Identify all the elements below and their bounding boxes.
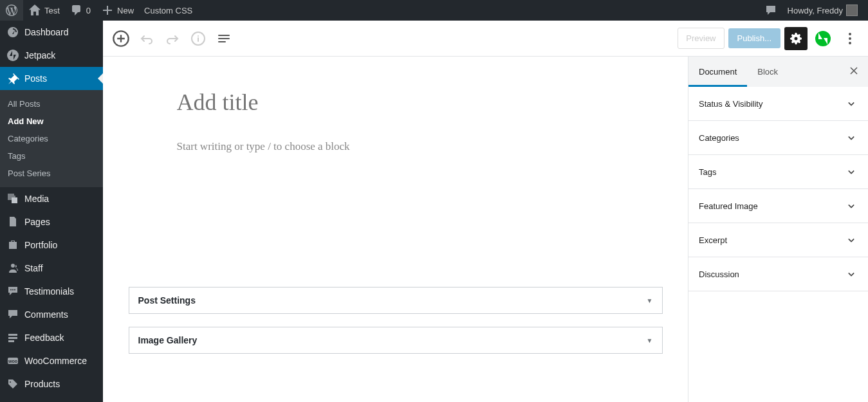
comments-link[interactable]: 0 <box>65 0 96 21</box>
admin-bar-right: Howdy, Freddy <box>759 0 863 21</box>
wordpress-icon <box>5 4 18 17</box>
notification-bell[interactable] <box>759 0 782 21</box>
admin-bar: Test 0 New Custom CSS Howdy, Freddy <box>0 0 868 21</box>
plus-icon <box>101 4 114 17</box>
wordpress-logo[interactable] <box>0 0 23 21</box>
home-icon <box>28 4 41 17</box>
comments-count: 0 <box>86 6 91 15</box>
new-content[interactable]: New <box>96 0 139 21</box>
comment-icon <box>70 4 83 17</box>
site-name: Test <box>44 6 60 15</box>
site-home[interactable]: Test <box>23 0 65 21</box>
avatar <box>846 5 858 16</box>
custom-css-link[interactable]: Custom CSS <box>139 0 198 21</box>
admin-bar-left: Test 0 New Custom CSS <box>0 0 198 21</box>
chat-icon <box>764 4 777 17</box>
user-greeting[interactable]: Howdy, Freddy <box>782 0 863 21</box>
new-label: New <box>117 6 134 15</box>
